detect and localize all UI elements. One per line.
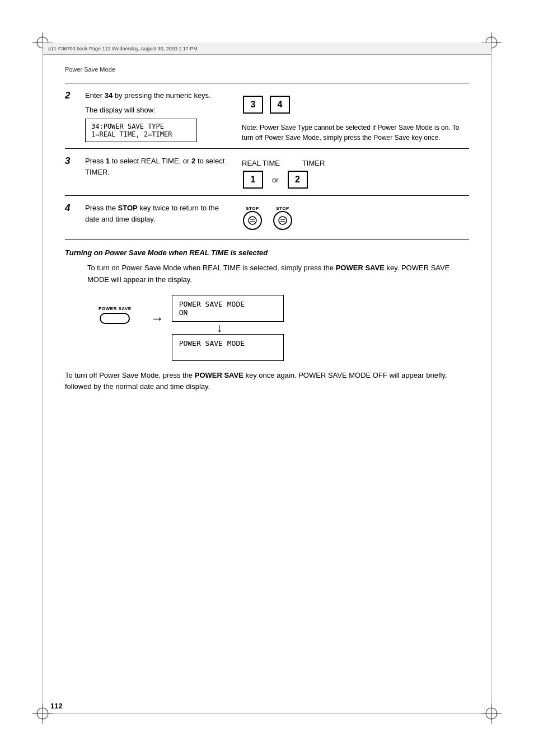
psave-display-on: POWER SAVE MODEON (172, 295, 284, 322)
step-2-left: Enter 34 by pressing the numeric keys. T… (85, 90, 231, 142)
step-4-number: 4 (65, 203, 81, 231)
stop-label-2: STOP (276, 206, 289, 211)
page-number: 112 (50, 702, 63, 710)
psave-down-arrow: ↓ (217, 322, 223, 334)
step-3-instruction: Press 1 to select REAL TIME, or 2 to sel… (85, 156, 231, 177)
psave-diagram: POWER SAVE → POWER SAVE MODEON ↓ POWER S… (99, 295, 469, 361)
key-3: 3 (243, 96, 263, 114)
real-time-label: REAL TIME (242, 159, 280, 167)
stop-circle-1 (243, 211, 262, 230)
step-2-note: Note: Power Save Type cannot be selected… (242, 123, 469, 143)
rt-timer-section: REAL TIME TIMER 1 or 2 (242, 159, 469, 190)
stop-label-1: STOP (246, 206, 259, 211)
key-1: 1 (243, 171, 263, 189)
psave-key: POWER SAVE (99, 306, 132, 324)
stop-btn-1: STOP (243, 206, 262, 230)
step-3-right: REAL TIME TIMER 1 or 2 (231, 156, 469, 190)
step-2-body: Enter 34 by pressing the numeric keys. T… (85, 90, 469, 143)
content-area: Power Save Mode 2 Enter 34 by pressing t… (43, 55, 491, 713)
step-2-instruction: Enter 34 by pressing the numeric keys. (85, 90, 231, 101)
key-2: 2 (288, 171, 308, 189)
svg-point-12 (249, 217, 256, 224)
step-2-subtext: The display will show: (85, 106, 231, 114)
step-2-content: Enter 34 by pressing the numeric keys. T… (85, 90, 469, 143)
step-4-instruction: Press the STOP key twice to return to th… (85, 203, 231, 224)
step-2-display: 34:POWER SAVE TYPE1=REAL TIME, 2=TIMER (85, 119, 197, 142)
section-para1: To turn on Power Save Mode when REAL TIM… (87, 262, 469, 286)
step-3-content: Press 1 to select REAL TIME, or 2 to sel… (85, 156, 469, 190)
step-2: 2 Enter 34 by pressing the numeric keys.… (65, 90, 469, 143)
step-4-left: Press the STOP key twice to return to th… (85, 203, 231, 224)
rule-3 (65, 195, 469, 196)
rt-keys: 1 or 2 (242, 170, 469, 190)
step-4-right: STOP (231, 203, 469, 231)
psave-key-label: POWER SAVE (99, 306, 132, 311)
step-4: 4 Press the STOP key twice to return to … (65, 203, 469, 231)
rule-1 (65, 83, 469, 83)
section-title: Turning on Power Save Mode when REAL TIM… (65, 248, 469, 257)
psave-display-mode: POWER SAVE MODE (172, 334, 284, 361)
header-text: a11-F06700.book Page 112 Wednesday, Augu… (48, 46, 198, 51)
svg-point-15 (279, 217, 287, 224)
rule-2 (65, 148, 469, 149)
stop-btn-2: STOP (273, 206, 292, 230)
step-3-left: Press 1 to select REAL TIME, or 2 to sel… (85, 156, 231, 177)
header-bar: a11-F06700.book Page 112 Wednesday, Augu… (43, 43, 491, 55)
psave-key-oval (100, 313, 130, 324)
page: a11-F06700.book Page 112 Wednesday, Augu… (0, 0, 534, 756)
step-3-body: Press 1 to select REAL TIME, or 2 to sel… (85, 156, 469, 190)
or-text: or (272, 176, 279, 184)
page-label: Power Save Mode (65, 66, 469, 73)
stop-circle-2 (273, 211, 292, 230)
timer-label: TIMER (302, 159, 325, 167)
psave-right-arrow: → (151, 311, 164, 326)
step-3: 3 Press 1 to select REAL TIME, or 2 to s… (65, 156, 469, 190)
psave-display-boxes: POWER SAVE MODEON ↓ POWER SAVE MODE (172, 295, 284, 361)
rt-labels: REAL TIME TIMER (242, 159, 469, 167)
step-4-content: Press the STOP key twice to return to th… (85, 203, 469, 231)
step-3-number: 3 (65, 156, 81, 190)
key-4: 4 (270, 96, 290, 114)
rule-4 (65, 239, 469, 240)
step-4-body: Press the STOP key twice to return to th… (85, 203, 469, 231)
step-2-number: 2 (65, 90, 81, 143)
step-2-keys: 3 4 (242, 95, 469, 115)
step-2-right: 3 4 Note: Power Save Type cannot be sele… (231, 90, 469, 143)
section-para2: To turn off Power Save Mode, press the P… (65, 370, 469, 393)
